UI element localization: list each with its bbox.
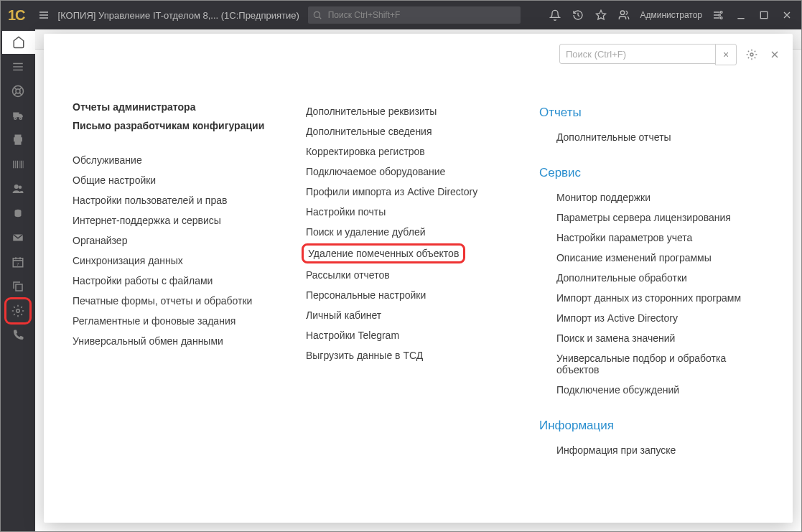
sidebar-calendar[interactable]: 7 — [6, 251, 29, 274]
svg-point-5 — [720, 17, 722, 19]
link-user-rights[interactable]: Настройки пользователей и прав — [73, 190, 274, 210]
link-delete-marked[interactable]: Удаление помеченных объектов — [302, 243, 465, 263]
link-equipment[interactable]: Подключаемое оборудование — [306, 162, 508, 182]
link-admin-reports[interactable]: Отчеты администратора — [73, 101, 274, 113]
link-register-corr[interactable]: Корректировка регистров — [306, 141, 508, 162]
close-icon[interactable] — [777, 5, 797, 25]
link-maintenance[interactable]: Обслуживание — [73, 150, 274, 170]
maximize-icon[interactable] — [754, 5, 774, 25]
link-find-replace[interactable]: Поиск и замена значений — [556, 328, 771, 348]
link-universal-select[interactable]: Универсальные подбор и обработка объекто… — [556, 348, 771, 380]
link-scheduled-jobs[interactable]: Регламентные и фоновые задания — [73, 311, 274, 331]
svg-text:7: 7 — [17, 262, 19, 266]
link-extra-attrs[interactable]: Дополнительные реквизиты — [306, 101, 508, 121]
panel-close-icon[interactable] — [767, 47, 783, 62]
link-file-settings[interactable]: Настройки работы с файлами — [73, 271, 274, 291]
history-icon[interactable] — [568, 5, 588, 25]
gear-icon[interactable] — [744, 47, 760, 62]
panel-search-input[interactable] — [559, 44, 716, 64]
svg-point-11 — [14, 185, 19, 189]
link-changelog[interactable]: Описание изменений программы — [556, 248, 771, 268]
link-export-tsd[interactable]: Выгрузить данные в ТСД — [306, 345, 508, 365]
link-startup-info[interactable]: Информация при запуске — [556, 440, 771, 460]
bell-icon[interactable] — [545, 5, 565, 25]
svg-rect-6 — [760, 11, 767, 18]
link-external-import[interactable]: Импорт данных из сторонних программ — [556, 288, 771, 308]
sidebar-print[interactable] — [6, 129, 29, 151]
col-1: Отчеты администратора Письмо разработчик… — [73, 101, 274, 508]
link-organizer[interactable]: Органайзер — [73, 230, 274, 251]
svg-point-17 — [750, 53, 753, 56]
svg-point-10 — [19, 117, 22, 119]
app-logo: 1C — [1, 7, 34, 24]
window-title: [КОПИЯ] Управление IT-отделом 8,... (1С:… — [54, 10, 304, 21]
section-service: Сервис — [539, 162, 771, 187]
sidebar-settings[interactable] — [6, 299, 29, 322]
sidebar-phone[interactable] — [6, 324, 29, 347]
svg-point-3 — [720, 11, 722, 14]
sidebar-users[interactable] — [6, 177, 29, 200]
sidebar-copy[interactable] — [6, 275, 29, 298]
sidebar: 7 — [1, 29, 35, 531]
svg-marker-1 — [597, 10, 606, 19]
link-personal-settings[interactable]: Персональные настройки — [306, 285, 508, 305]
svg-rect-15 — [16, 284, 22, 291]
svg-point-4 — [719, 14, 721, 17]
link-report-mailing[interactable]: Рассылки отчетов — [306, 265, 508, 285]
sidebar-lifebuoy[interactable] — [6, 80, 29, 103]
sidebar-mail[interactable] — [6, 226, 29, 249]
section-information: Информация — [539, 414, 771, 440]
link-print-forms[interactable]: Печатные формы, отчеты и обработки — [73, 291, 274, 311]
link-support-monitor[interactable]: Монитор поддержки — [556, 187, 771, 207]
link-license-params[interactable]: Параметры сервера лицензирования — [556, 207, 771, 228]
col-2: Дополнительные реквизиты Дополнительные … — [306, 101, 508, 508]
functions-panel: × Отчеты администратора Письмо разработч… — [44, 34, 793, 523]
svg-point-8 — [16, 89, 20, 93]
svg-point-0 — [314, 11, 320, 17]
link-ad-import[interactable]: Импорт из Active Directory — [556, 308, 771, 328]
hamburger-icon[interactable] — [34, 5, 54, 25]
sidebar-barcode[interactable] — [6, 153, 29, 176]
link-general-settings[interactable]: Общие настройки — [73, 170, 274, 190]
col-3: Отчеты Дополнительные отчеты Сервис Мони… — [539, 101, 771, 508]
link-additional-processing[interactable]: Дополнительные обработки — [556, 268, 771, 288]
link-ad-import-profiles[interactable]: Профили импорта из Active Directory — [306, 182, 508, 202]
global-search-input[interactable] — [327, 9, 521, 21]
sidebar-home[interactable] — [2, 31, 35, 54]
svg-point-16 — [17, 309, 20, 313]
link-discussions[interactable]: Подключение обсуждений — [556, 380, 771, 400]
user-label[interactable]: Администратор — [637, 10, 705, 20]
star-icon[interactable] — [591, 5, 611, 25]
svg-point-2 — [621, 11, 625, 14]
link-mail-settings[interactable]: Настройки почты — [306, 202, 508, 222]
titlebar: 1C [КОПИЯ] Управление IT-отделом 8,... (… — [1, 1, 801, 29]
link-universal-exchange[interactable]: Универсальный обмен данными — [73, 331, 274, 351]
link-personal-account[interactable]: Личный кабинет — [306, 305, 508, 325]
global-search[interactable] — [308, 6, 521, 24]
svg-point-9 — [14, 117, 17, 119]
svg-point-12 — [19, 186, 22, 190]
link-accounting-params[interactable]: Настройки параметров учета — [556, 228, 771, 248]
link-extra-info[interactable]: Дополнительные сведения — [306, 121, 508, 141]
sidebar-menu[interactable] — [6, 55, 29, 78]
section-reports: Отчеты — [539, 101, 771, 127]
link-dev-letter[interactable]: Письмо разработчикам конфигурации — [73, 120, 274, 131]
sidebar-money[interactable] — [6, 202, 29, 225]
search-icon — [312, 10, 322, 20]
settings-lines-icon[interactable] — [708, 5, 728, 25]
panel-search-clear[interactable]: × — [715, 44, 737, 65]
link-find-duplicates[interactable]: Поиск и удаление дублей — [306, 222, 508, 242]
user-icon[interactable] — [614, 5, 634, 25]
link-telegram[interactable]: Настройки Telegram — [306, 325, 508, 345]
sidebar-truck[interactable] — [6, 104, 29, 127]
link-data-sync[interactable]: Синхронизация данных — [73, 251, 274, 271]
minimize-icon[interactable] — [731, 5, 751, 25]
link-internet-support[interactable]: Интернет-поддержка и сервисы — [73, 210, 274, 230]
link-additional-reports[interactable]: Дополнительные отчеты — [556, 127, 771, 147]
